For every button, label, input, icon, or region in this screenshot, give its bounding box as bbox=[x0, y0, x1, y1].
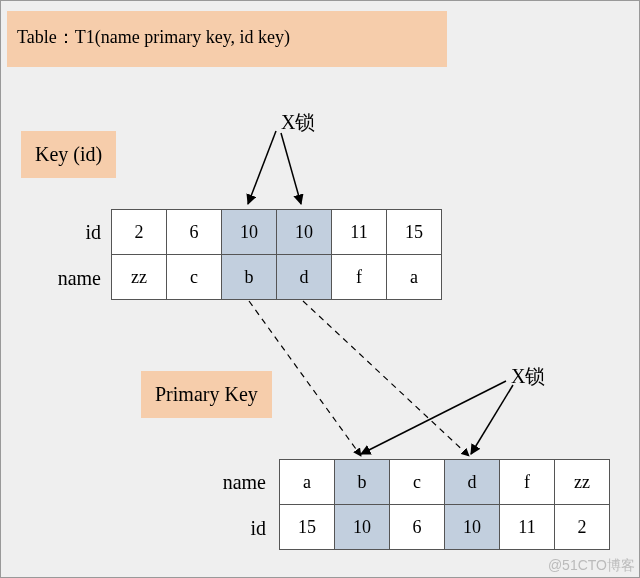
cell: b bbox=[222, 255, 277, 300]
cell: 15 bbox=[280, 505, 335, 550]
svg-line-2 bbox=[361, 381, 506, 454]
cell: c bbox=[167, 255, 222, 300]
table-row: 15 10 6 10 11 2 bbox=[280, 505, 610, 550]
cell: 11 bbox=[332, 210, 387, 255]
cell: d bbox=[445, 460, 500, 505]
cell: b bbox=[335, 460, 390, 505]
cell: d bbox=[277, 255, 332, 300]
svg-line-0 bbox=[248, 131, 276, 204]
top-row-label-name: name bbox=[31, 267, 101, 290]
lock-label-top: X锁 bbox=[281, 109, 315, 136]
table-row: 2 6 10 10 11 15 bbox=[112, 210, 442, 255]
cell: zz bbox=[112, 255, 167, 300]
cell: f bbox=[332, 255, 387, 300]
cell: 10 bbox=[445, 505, 500, 550]
cell: 6 bbox=[167, 210, 222, 255]
primary-key-table: a b c d f zz 15 10 6 10 11 2 bbox=[279, 459, 610, 550]
cell: 15 bbox=[387, 210, 442, 255]
watermark: @51CTO博客 bbox=[548, 557, 635, 575]
cell: zz bbox=[555, 460, 610, 505]
cell: a bbox=[280, 460, 335, 505]
cell: 10 bbox=[335, 505, 390, 550]
cell: c bbox=[390, 460, 445, 505]
cell: 2 bbox=[555, 505, 610, 550]
key-id-table: 2 6 10 10 11 15 zz c b d f a bbox=[111, 209, 442, 300]
primary-key-label: Primary Key bbox=[141, 371, 272, 418]
table-title: Table：T1(name primary key, id key) bbox=[7, 11, 447, 67]
cell: 2 bbox=[112, 210, 167, 255]
svg-line-1 bbox=[281, 133, 301, 204]
top-row-label-id: id bbox=[31, 221, 101, 244]
cell: 6 bbox=[390, 505, 445, 550]
table-row: zz c b d f a bbox=[112, 255, 442, 300]
bottom-row-label-name: name bbox=[196, 471, 266, 494]
cell: 11 bbox=[500, 505, 555, 550]
cell: f bbox=[500, 460, 555, 505]
cell: a bbox=[387, 255, 442, 300]
lock-label-bottom: X锁 bbox=[511, 363, 545, 390]
key-id-label: Key (id) bbox=[21, 131, 116, 178]
cell: 10 bbox=[222, 210, 277, 255]
svg-line-5 bbox=[303, 301, 469, 456]
bottom-row-label-id: id bbox=[196, 517, 266, 540]
table-row: a b c d f zz bbox=[280, 460, 610, 505]
svg-line-3 bbox=[471, 385, 513, 454]
cell: 10 bbox=[277, 210, 332, 255]
